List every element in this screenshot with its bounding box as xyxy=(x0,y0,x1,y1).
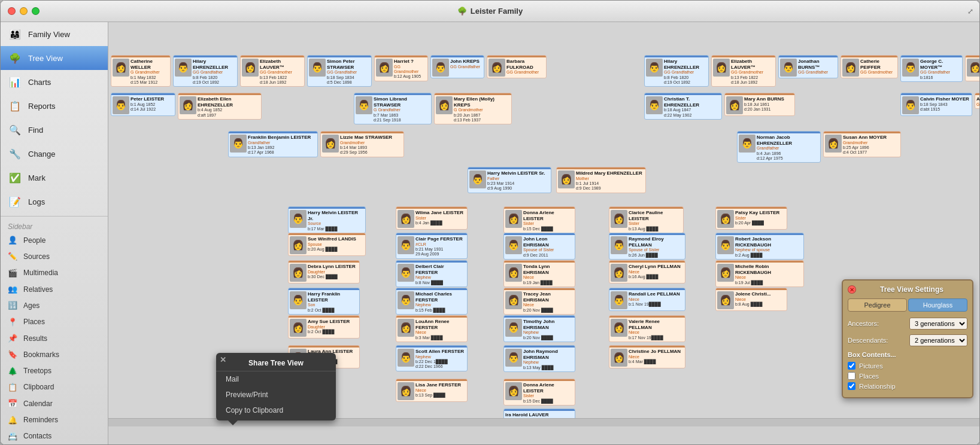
person-card-simon-strawser[interactable]: 👨 Simon Peter STRAWSER GG Grandfather b:… xyxy=(307,55,372,87)
expand-button[interactable]: ⤢ xyxy=(967,7,973,16)
ancestors-select[interactable]: 1 generation2 generations3 generations4 … xyxy=(909,318,967,330)
sidebar-item-results[interactable]: 📌 Results xyxy=(1,330,108,346)
person-card-elizabeth-lauver-2[interactable]: 👩 Elizabeth LAUVER™ GG Grandmother b:13 … xyxy=(711,55,776,87)
person-card-catherine-weller[interactable]: 👩 Catherine WELLER G Grandmother b:1 May… xyxy=(111,55,171,87)
places-checkbox[interactable] xyxy=(848,372,855,380)
share-clipboard-item[interactable]: Copy to Clipboard xyxy=(216,403,336,418)
person-card-lizzie-strawser[interactable]: 👩 Lizzie Mae STRAWSER Grandmother b:14 M… xyxy=(320,131,404,157)
sidebar-item-sources[interactable]: ✏️ Sources xyxy=(1,248,108,264)
person-card-tonda-ehrisman[interactable]: 👩 Tonda Lynn EHRISMAN Niece b:19 Jan ███… xyxy=(503,260,575,287)
person-card-john-ehrisman[interactable]: 👨 John Leon EHRISMAN Spouse of Sister d:… xyxy=(503,233,575,260)
person-card-timothy-ehrisman[interactable]: 👨 Timothy John EHRISMAN Nephew b:20 Nov … xyxy=(503,315,575,342)
person-card-christine-pellman[interactable]: 👩 Christine Jo PELLMAN Niece b:4 Mar ███… xyxy=(609,345,685,368)
sidebar-item-places[interactable]: 📍 Places xyxy=(1,314,108,330)
person-card-delbert-ferster[interactable]: 👨 Delbert Clair FERSTER Nephew b:8 Nov █… xyxy=(396,260,468,287)
person-card-mary-ellen-kreps[interactable]: 👩 Mary Ellen (Molly) KREPS G Grandmother… xyxy=(434,93,512,124)
person-card-clarice-leister[interactable]: 👩 Clarice Pauline LEISTER Sister b:13 Au… xyxy=(609,206,684,233)
person-card-amy-leister[interactable]: 👩 Amy Sue LEISTER Daughter b:2 Oct ████ xyxy=(288,315,360,339)
photo-peter-leister: 👨 xyxy=(113,96,129,114)
person-card-louann-ferster[interactable]: 👩 LouAnn Renee FERSTER Niece b:3 Mar ███… xyxy=(396,315,468,342)
sidebar-item-bookmarks[interactable]: 🔖 Bookmarks xyxy=(1,346,108,362)
settings-close-button[interactable]: ✕ xyxy=(848,285,856,294)
person-card-sue-landis[interactable]: 👩 Sue Winifred LANDIS Spouse b:20 Aug ██… xyxy=(288,233,366,256)
sidebar-item-treetops[interactable]: 🌲 Treetops xyxy=(1,362,108,379)
person-card-michael-ferster[interactable]: 👨 Michael Charles FERSTER Nephew b:15 Fe… xyxy=(396,288,468,315)
photo-simon-strawser: 👨 xyxy=(309,59,326,77)
person-card-michelle-rickenbaugh[interactable]: 👩 Michelle Robin RICKENBAUGH Niece b:19 … xyxy=(715,260,804,287)
sidebar-item-contacts[interactable]: 📇 Contacts xyxy=(1,428,108,444)
person-card-tracey-ehrisman[interactable]: 👩 Tracey Jean EHRISMAN Niece b:20 Nov ██… xyxy=(503,288,575,315)
sidebar-item-calendar[interactable]: 📅 Calendar xyxy=(1,395,108,412)
person-card-eliza-fisher[interactable]: 👩 Eliza FISHER GG Grandmother b:1819 xyxy=(965,55,979,81)
ancestors-row: Ancestors: 1 generation2 generations3 ge… xyxy=(848,318,967,330)
sidebar-item-tree-view[interactable]: 🌳 Tree View xyxy=(1,46,108,70)
person-card-john-kreps[interactable]: 👨 John KREPS GG Grandfather xyxy=(430,55,484,78)
person-card-patsy-leister[interactable]: 👩 Patsy Kay LEISTER Sister b:20 Apr ████ xyxy=(715,206,787,230)
person-card-wilma-leister[interactable]: 👩 Wilma Jane LEISTER Sister b:4 Jan ████ xyxy=(396,206,468,230)
tab-pedigree[interactable]: Pedigree xyxy=(848,298,907,312)
person-card-catherie-peiffer[interactable]: 👩 Catherie PEIFFER GG Grandmother xyxy=(841,55,898,78)
share-mail-item[interactable]: Mail xyxy=(216,371,336,387)
sidebar-item-clipboard[interactable]: 📋 Clipboard xyxy=(1,379,108,395)
person-card-franklin-leister[interactable]: 👨 Franklin Benjamin LEISTER Grandfather … xyxy=(228,131,318,157)
pictures-checkbox[interactable] xyxy=(848,362,855,370)
descendants-select[interactable]: 1 generation2 generations3 generations4 … xyxy=(909,334,967,346)
share-print-item[interactable]: Preview/Print xyxy=(216,387,336,403)
share-popup-close-button[interactable]: ✕ xyxy=(220,355,226,364)
sidebar-item-reminders[interactable]: 🔔 Reminders xyxy=(1,412,108,428)
person-card-donna-leister[interactable]: 👩 Donna Arlene LEISTER Sister b:15 Dec █… xyxy=(503,206,575,233)
tab-hourglass[interactable]: Hourglass xyxy=(908,298,967,312)
sidebar-item-change[interactable]: 🔧 Change xyxy=(1,142,108,166)
minimize-button[interactable] xyxy=(20,7,28,15)
sidebar-item-reports[interactable]: 📋 Reports xyxy=(1,94,108,118)
sidebar-item-multimedia[interactable]: 🎬 Multimedia xyxy=(1,265,108,281)
person-card-george-moyer[interactable]: 👨 George C. MOYER™ GG Grandfather b:1816 xyxy=(900,55,963,82)
person-card-lisa-ferster[interactable]: 👩 Lisa Jane FERSTER Niece b:13 Sep ████ xyxy=(396,379,468,402)
person-card-mildred-ehrenzeller[interactable]: 👩 Mildred Mary EHRENZELLER Mother b:1 Ju… xyxy=(556,167,646,193)
sidebar-item-charts[interactable]: 📊 Charts xyxy=(1,70,108,94)
sidebar-item-ages[interactable]: 🔢 Ages xyxy=(1,297,108,313)
person-card-john-raymond-ehrisman[interactable]: 👨 John Raymond EHRISMAN Nephew b:13 May … xyxy=(503,345,575,372)
photo-robert-rickenbaugh: 👨 xyxy=(717,236,734,254)
person-card-randall-pellman[interactable]: 👨 Randall Lee PELLMAN Niece b:1 Nov 19██… xyxy=(609,288,685,311)
person-card-debra-leister[interactable]: 👩 Debra Lynn LEISTER Daughter b:30 Dec █… xyxy=(288,260,360,284)
person-card-mary-ann-burns[interactable]: 👩 Mary Ann BURNS b:18 Jul 1861 d:20 Jan … xyxy=(724,93,795,116)
person-card-clair-ferster[interactable]: 👨 Clair Page FERSTER #CLR b:21 May 1931 … xyxy=(396,233,468,259)
person-card-barbara-fulkroad[interactable]: 👩 Barbara FULKROAD GG Grandmother xyxy=(487,55,547,78)
person-card-raymond-pellman[interactable]: 👨 Raymond Elroy PELLMAN Spouse of Sister… xyxy=(609,233,685,260)
person-card-robert-rickenbaugh[interactable]: 👨 Robert Jackson RICKENBAUGH Nephew of s… xyxy=(715,233,804,260)
person-card-susan-moyer[interactable]: 👩 Susan Ann MOYER Grandmother b:25 Apr 1… xyxy=(823,131,901,157)
person-card-simon-librand-strawser[interactable]: 👨 Simon Librand STRAWSER G Grandfather b… xyxy=(354,93,432,124)
person-card-norman-ehrenzeller[interactable]: 👨 Norman Jacob EHRENZELLER Grandfather b… xyxy=(737,131,821,163)
person-card-christian-ehrenzeller[interactable]: 👨 Christian T. EHRENZELLER b:18 Aug 1847… xyxy=(644,93,722,120)
person-card-harriet[interactable]: 👩 Harriet ? GG Grandmother b:12 Aug 1905 xyxy=(374,55,428,81)
sidebar-item-logs[interactable]: 📝 Logs xyxy=(1,190,108,214)
person-card-valerie-pellman[interactable]: 👩 Valerie Renee PELLMAN Niece b:17 Nov 1… xyxy=(609,315,685,342)
sidebar-item-people[interactable]: 👤 People xyxy=(1,232,108,248)
sidebar-item-find[interactable]: 🔍 Find xyxy=(1,118,108,142)
sidebar-item-relatives[interactable]: 👥 Relatives xyxy=(1,281,108,297)
relationship-checkbox[interactable] xyxy=(848,382,855,390)
sidebar-item-mark[interactable]: ✅ Mark xyxy=(1,166,108,190)
person-card-calvin-moyer[interactable]: 👨 Calvin Fisher MOYER b:18 Sep 1843 d:ab… xyxy=(900,93,972,116)
sidebar-item-family-view[interactable]: 👨‍👩‍👧 Family View xyxy=(1,22,108,46)
person-card-jonathan-burns[interactable]: 👨 Jonathan BURNS™ GG Grandfather xyxy=(778,55,838,78)
person-card-scott-ferster[interactable]: 👨 Scott Allen FERSTER Nephew b:22 Dec 1█… xyxy=(396,345,468,371)
close-button[interactable] xyxy=(8,7,16,15)
photo-george-moyer: 👨 xyxy=(902,59,919,77)
person-card-harry-leister-sr[interactable]: 👨 Harry Melvin LEISTER Sr. Father b:23 M… xyxy=(468,167,551,193)
person-card-alice[interactable]: Alice... GG Gra... xyxy=(975,93,979,109)
person-card-harry-leister-jr[interactable]: 👨 Harry Melvin LEISTER Jr. Source b:17 M… xyxy=(288,206,366,233)
person-card-donna-arlene-leister-2[interactable]: 👩 Donna Arlene LEISTER Sister b:15 Dec █… xyxy=(503,379,575,406)
person-card-cheryl-pellman[interactable]: 👩 Cheryl Lynn PELLMAN Niece b:16 Aug ███… xyxy=(609,260,685,284)
maximize-button[interactable] xyxy=(32,7,40,15)
person-card-elizabeth-ehrenzeller[interactable]: 👩 Elizabeth Ellen EHRENZELLER b:4 Aug 18… xyxy=(178,93,262,120)
person-card-jolene[interactable]: 👩 Jolene Christi... Niece b:8 Aug ████ xyxy=(715,288,787,311)
tree-view-settings-panel: ✕ Tree View Settings Pedigree Hourglass … xyxy=(842,279,973,398)
person-card-elizabeth-lauver-1[interactable]: 👩 Elizabeth LAUVER™ GG Grandmother b:13 … xyxy=(240,55,305,87)
photo-susan-moyer: 👩 xyxy=(825,135,842,153)
person-card-hilary-ehrenzeller-1[interactable]: 👨 Hilary EHRENZELLER GG Grandfather b:8 … xyxy=(173,55,238,87)
person-card-hilary-ehrenzeller-2[interactable]: 👨 Hilary EHRENZELLER GG Grandfather b:8 … xyxy=(644,55,709,87)
person-card-peter-leister[interactable]: 👨 Peter LEISTER b:1 Aug 1852 d:14 Jul 19… xyxy=(111,93,175,116)
person-card-harry-franklin-leister[interactable]: 👨 Harry Franklin LEISTER Son b:2 Oct ███… xyxy=(288,288,360,315)
